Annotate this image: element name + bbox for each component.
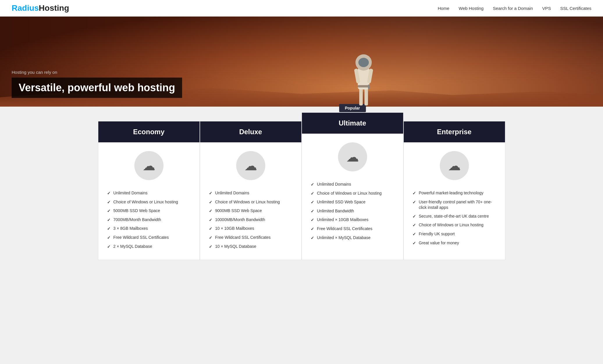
site-logo[interactable]: RadiusHosting <box>12 3 69 13</box>
feature-text: Unlimited Domains <box>317 182 351 187</box>
hero-figure <box>353 44 374 107</box>
check-icon: ✓ <box>209 226 212 232</box>
plan-features: ✓ Unlimited Domains ✓ Choice of Windows … <box>302 177 403 251</box>
feature-item: ✓ Unlimited Bandwidth <box>311 207 394 216</box>
feature-text: Unlimited Domains <box>215 190 249 196</box>
hero-content: Hosting you can rely on Versatile, power… <box>0 70 194 98</box>
feature-item: ✓ 5000MB SSD Web Space <box>107 207 191 216</box>
feature-text: Secure, state-of-the-art UK data centre <box>419 214 489 219</box>
feature-text: User-friendly control panel with 70+ one… <box>419 199 496 211</box>
plan-features: ✓ Unlimited Domains ✓ Choice of Windows … <box>200 186 301 260</box>
check-icon: ✓ <box>412 241 416 246</box>
check-icon: ✓ <box>311 217 314 223</box>
plan-icon-area: ☁ <box>200 142 301 186</box>
check-icon: ✓ <box>209 200 212 205</box>
feature-item: ✓ Free Wildcard SSL Certificates <box>107 233 191 242</box>
svg-rect-7 <box>358 85 369 87</box>
pricing-section: Economy ☁ ✓ Unlimited Domains ✓ Choice o… <box>0 107 603 275</box>
check-icon: ✓ <box>209 208 212 214</box>
feature-item: ✓ Secure, state-of-the-art UK data centr… <box>412 212 496 221</box>
cloud-circle: ☁ <box>440 151 469 180</box>
check-icon: ✓ <box>107 244 111 250</box>
feature-text: Choice of Windows or Linux hosting <box>419 222 484 228</box>
feature-item: ✓ Choice of Windows or Linux hosting <box>107 198 191 207</box>
feature-text: Unlimited × MySQL Database <box>317 235 371 241</box>
feature-item: ✓ Great value for money <box>412 239 496 248</box>
nav-home[interactable]: Home <box>438 6 449 11</box>
feature-item: ✓ Free Wildcard SSL Certificates <box>209 233 293 242</box>
plan-features: ✓ Powerful market-leading technology ✓ U… <box>404 186 505 256</box>
feature-item: ✓ Unlimited Domains <box>311 180 394 189</box>
site-header: RadiusHosting Home Web Hosting Search fo… <box>0 0 603 17</box>
hero-section: Hosting you can rely on Versatile, power… <box>0 17 603 107</box>
feature-text: Unlimited Domains <box>113 190 147 196</box>
feature-text: Unlimited Bandwidth <box>317 208 354 214</box>
cloud-circle: ☁ <box>338 142 367 171</box>
cloud-icon: ☁ <box>346 150 359 164</box>
feature-item: ✓ Choice of Windows or Linux hosting <box>412 221 496 230</box>
plan-icon-area: ☁ <box>98 142 200 186</box>
plan-icon-area: ☁ <box>302 134 403 177</box>
plan-card-economy: Economy ☁ ✓ Unlimited Domains ✓ Choice o… <box>98 121 200 260</box>
cloud-icon: ☁ <box>448 158 461 173</box>
feature-item: ✓ Unlimited × MySQL Database <box>311 234 394 243</box>
hero-title-box: Versatile, powerful web hosting <box>12 78 182 98</box>
check-icon: ✓ <box>311 235 314 241</box>
feature-text: Choice of Windows or Linux hosting <box>317 191 382 196</box>
check-icon: ✓ <box>412 191 416 196</box>
plan-header: Deluxe <box>200 121 301 142</box>
feature-item: ✓ User-friendly control panel with 70+ o… <box>412 198 496 212</box>
check-icon: ✓ <box>209 217 212 223</box>
svg-rect-1 <box>364 88 368 105</box>
check-icon: ✓ <box>412 214 416 220</box>
feature-text: 10000MB/Month Bandwidth <box>215 217 265 223</box>
check-icon: ✓ <box>311 226 314 232</box>
feature-text: 7000MB/Month Bandwidth <box>113 217 161 223</box>
feature-text: Free Wildcard SSL Certificates <box>113 235 169 241</box>
nav-domain-search[interactable]: Search for a Domain <box>493 6 533 11</box>
feature-text: Free Wildcard SSL Certificates <box>317 226 373 232</box>
check-icon: ✓ <box>209 235 212 241</box>
feature-item: ✓ 10 × 10GB Mailboxes <box>209 224 293 233</box>
feature-item: ✓ Unlimited × 10GB Mailboxes <box>311 216 394 225</box>
plan-icon-area: ☁ <box>404 142 505 186</box>
plan-features: ✓ Unlimited Domains ✓ Choice of Windows … <box>98 186 200 260</box>
check-icon: ✓ <box>311 209 314 214</box>
plan-card-enterprise: Enterprise ☁ ✓ Powerful market-leading t… <box>403 121 505 260</box>
check-icon: ✓ <box>311 182 314 188</box>
feature-item: ✓ Friendly UK support <box>412 230 496 239</box>
feature-text: 10 × 10GB Mailboxes <box>215 226 254 232</box>
feature-item: ✓ 2 × MySQL Database <box>107 242 191 251</box>
feature-text: Unlimited SSD Web Space <box>317 199 366 205</box>
feature-text: 2 × MySQL Database <box>113 244 152 250</box>
feature-item: ✓ 10 × MySQL Database <box>209 242 293 251</box>
check-icon: ✓ <box>107 226 111 232</box>
feature-item: ✓ Choice of Windows or Linux hosting <box>311 189 394 198</box>
feature-item: ✓ Unlimited Domains <box>107 189 191 198</box>
cloud-icon: ☁ <box>143 158 155 173</box>
nav-vps[interactable]: VPS <box>542 6 551 11</box>
logo-radius: Radius <box>12 3 39 12</box>
feature-item: ✓ Unlimited SSD Web Space <box>311 198 394 207</box>
check-icon: ✓ <box>107 208 111 214</box>
feature-item: ✓ Unlimited Domains <box>209 189 293 198</box>
feature-text: Choice of Windows or Linux hosting <box>215 199 280 205</box>
feature-text: 3 × 8GB Mailboxes <box>113 226 148 232</box>
check-icon: ✓ <box>107 200 111 205</box>
check-icon: ✓ <box>209 244 212 250</box>
feature-text: Choice of Windows or Linux hosting <box>113 199 178 205</box>
feature-item: ✓ 7000MB/Month Bandwidth <box>107 216 191 225</box>
nav-web-hosting[interactable]: Web Hosting <box>459 6 484 11</box>
check-icon: ✓ <box>107 191 111 196</box>
logo-hosting: Hosting <box>39 3 69 12</box>
cloud-icon: ☁ <box>244 158 257 173</box>
nav-ssl[interactable]: SSL Certificates <box>560 6 591 11</box>
feature-text: Unlimited × 10GB Mailboxes <box>317 217 369 223</box>
feature-text: 9000MB SSD Web Space <box>215 208 262 214</box>
feature-text: 10 × MySQL Database <box>215 244 257 250</box>
check-icon: ✓ <box>412 223 416 228</box>
feature-text: Powerful market-leading technology <box>419 190 484 196</box>
check-icon: ✓ <box>412 232 416 237</box>
feature-item: ✓ 10000MB/Month Bandwidth <box>209 216 293 225</box>
feature-text: 5000MB SSD Web Space <box>113 208 160 214</box>
